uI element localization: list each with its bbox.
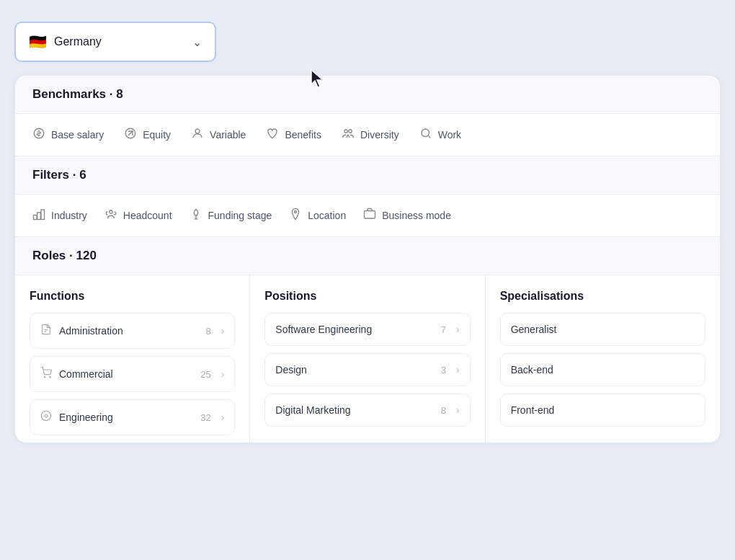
specialisation-generalist-name: Generalist	[511, 324, 557, 335]
list-item[interactable]: Digital Marketing 8 ›	[264, 394, 470, 427]
svg-point-11	[295, 211, 297, 213]
filter-industry[interactable]: Industry	[32, 208, 87, 223]
benchmark-diversity-label: Diversity	[360, 129, 399, 141]
benchmark-base-salary[interactable]: Base salary	[32, 127, 104, 143]
filter-business-mode-label: Business mode	[382, 210, 451, 221]
svg-rect-9	[41, 210, 45, 220]
roles-section-header: Roles · 120	[15, 237, 720, 275]
benchmark-benefits[interactable]: Benefits	[266, 127, 321, 143]
country-flag: 🇩🇪	[29, 33, 47, 50]
functions-title: Functions	[30, 290, 235, 303]
svg-marker-0	[311, 70, 323, 87]
industry-icon	[32, 208, 45, 223]
list-item[interactable]: Front-end	[500, 394, 705, 427]
position-digital-marketing-name: Digital Marketing	[275, 404, 433, 416]
list-item[interactable]: Generalist	[500, 313, 705, 346]
filter-funding-stage-label: Funding stage	[208, 210, 272, 221]
filter-location-label: Location	[308, 210, 346, 221]
positions-column: Positions Software Engineering 7 › Desig…	[250, 275, 485, 443]
position-digital-marketing-count: 8	[441, 405, 446, 416]
benchmark-equity[interactable]: Equity	[124, 127, 171, 143]
svg-point-16	[50, 376, 50, 377]
list-item[interactable]: Administration 8 ›	[30, 313, 235, 349]
list-item[interactable]: Design 3 ›	[264, 353, 470, 386]
engineering-icon	[40, 410, 52, 425]
filter-headcount[interactable]: Headcount	[104, 208, 172, 223]
svg-point-10	[110, 210, 113, 214]
chevron-down-icon: ⌄	[192, 35, 202, 49]
benchmark-work[interactable]: Work	[419, 127, 461, 143]
filter-location[interactable]: Location	[289, 208, 346, 223]
filter-industry-label: Industry	[51, 210, 87, 221]
filter-headcount-label: Headcount	[123, 210, 172, 221]
function-engineering-name: Engineering	[59, 412, 193, 423]
funding-stage-icon	[190, 208, 202, 223]
benchmark-diversity[interactable]: Diversity	[342, 127, 399, 143]
benchmark-variable-label: Variable	[210, 129, 246, 141]
specialisations-title: Specialisations	[500, 290, 705, 303]
filters-section-header: Filters · 6	[15, 156, 720, 195]
svg-rect-12	[365, 211, 375, 219]
benchmark-equity-label: Equity	[143, 129, 171, 141]
svg-point-3	[195, 129, 200, 133]
svg-rect-7	[34, 215, 37, 220]
function-commercial-count: 25	[200, 369, 210, 380]
chevron-right-icon: ›	[456, 404, 460, 416]
benchmark-work-label: Work	[438, 129, 461, 141]
country-name: Germany	[54, 35, 185, 48]
work-icon	[419, 127, 432, 143]
function-administration-name: Administration	[59, 325, 198, 337]
function-administration-count: 8	[205, 326, 210, 337]
svg-rect-8	[37, 213, 41, 220]
location-icon	[289, 208, 302, 223]
list-item[interactable]: Engineering 32 ›	[30, 399, 235, 435]
country-selector-wrapper: 🇩🇪 Germany ⌄	[14, 22, 721, 62]
benchmarks-title: Benchmarks · 8	[32, 87, 123, 101]
main-card: Benchmarks · 8 Base salary Equity	[14, 75, 721, 443]
filters-title: Filters · 6	[32, 168, 86, 182]
specialisations-column: Specialisations Generalist Back-end Fron…	[486, 275, 720, 443]
cursor-icon	[310, 68, 326, 92]
svg-point-17	[45, 414, 48, 417]
list-item[interactable]: Back-end	[500, 353, 705, 386]
chevron-right-icon: ›	[221, 412, 225, 423]
document-icon	[40, 324, 52, 338]
benchmarks-section-header: Benchmarks · 8	[15, 76, 720, 114]
equity-icon	[124, 127, 137, 143]
filter-business-mode[interactable]: Business mode	[363, 208, 451, 223]
functions-column: Functions Administration 8 ›	[15, 275, 250, 443]
benchmark-benefits-label: Benefits	[285, 129, 321, 141]
position-design-name: Design	[275, 364, 433, 375]
roles-title: Roles · 120	[32, 249, 97, 262]
specialisation-frontend-name: Front-end	[511, 404, 555, 416]
position-software-engineering-name: Software Engineering	[275, 324, 433, 335]
diversity-icon	[342, 127, 355, 143]
country-select[interactable]: 🇩🇪 Germany ⌄	[14, 22, 216, 62]
benchmark-variable[interactable]: Variable	[191, 127, 246, 143]
benchmark-base-salary-label: Base salary	[51, 129, 104, 141]
svg-point-4	[344, 130, 348, 133]
headcount-icon	[104, 208, 117, 223]
svg-point-15	[44, 376, 45, 377]
commercial-icon	[40, 367, 52, 381]
positions-title: Positions	[264, 290, 470, 303]
variable-icon	[191, 127, 204, 143]
chevron-right-icon: ›	[221, 325, 225, 337]
position-design-count: 3	[441, 365, 446, 375]
benchmarks-row: Base salary Equity Variable	[15, 114, 720, 156]
svg-point-5	[349, 130, 352, 133]
filter-funding-stage[interactable]: Funding stage	[190, 208, 272, 223]
chevron-right-icon: ›	[221, 368, 225, 380]
filters-row: Industry Headcount Funding stage	[15, 195, 720, 237]
list-item[interactable]: Software Engineering 7 ›	[264, 313, 470, 346]
function-commercial-name: Commercial	[59, 368, 193, 380]
list-item[interactable]: Commercial 25 ›	[30, 356, 235, 392]
benefits-icon	[266, 127, 279, 143]
chevron-right-icon: ›	[456, 364, 460, 375]
roles-columns-header: Functions Administration 8 ›	[15, 275, 720, 443]
business-mode-icon	[363, 208, 376, 223]
salary-icon	[32, 127, 45, 143]
position-software-engineering-count: 7	[441, 324, 446, 335]
specialisation-backend-name: Back-end	[511, 364, 553, 375]
svg-point-6	[422, 129, 429, 137]
